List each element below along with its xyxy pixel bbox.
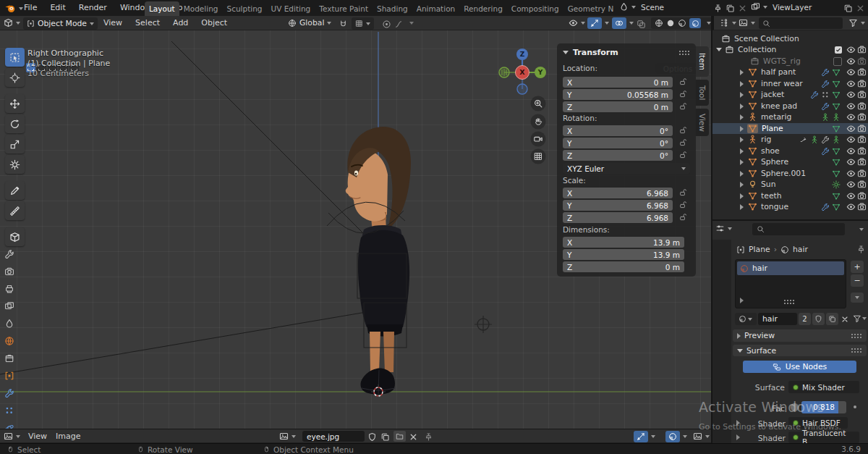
new-material-copy-icon[interactable] (826, 313, 838, 325)
outliner-filter-icon[interactable] (720, 18, 736, 28)
location-z-field[interactable]: Z0 m (563, 101, 673, 112)
rotation-y-field[interactable]: Y0° (563, 138, 673, 148)
tab-sculpting[interactable]: Sculpting (222, 1, 266, 16)
hide-eye-icon[interactable] (846, 157, 857, 167)
properties-editor-type-icon[interactable] (715, 224, 732, 233)
menu-render[interactable]: Render (72, 0, 114, 16)
viewlayer-selector-icon[interactable] (751, 2, 767, 12)
lock-icon[interactable] (678, 201, 687, 209)
mesh-data-icon[interactable] (832, 203, 841, 211)
properties-tab-particles[interactable] (4, 405, 14, 416)
hide-eye-icon[interactable] (846, 101, 857, 112)
tool-measure[interactable] (5, 201, 25, 220)
scene-name[interactable]: Scene (641, 3, 664, 12)
panel-grip-icon[interactable] (678, 50, 690, 56)
rotation-x-field[interactable]: X0° (563, 125, 673, 136)
outliner-row-wgts-rig[interactable]: WGTS_rig (712, 56, 868, 67)
character-model[interactable] (346, 127, 411, 395)
slot-specials-button[interactable] (851, 293, 864, 303)
shading-solid-icon[interactable] (666, 19, 675, 28)
render-camera-icon[interactable] (857, 191, 868, 201)
lock-icon[interactable] (678, 126, 687, 135)
tab-modeling[interactable]: Modeling (179, 1, 223, 16)
image-browse-dropdown[interactable] (279, 432, 296, 441)
image-display-channels-icon[interactable] (693, 432, 710, 441)
mesh-data-icon[interactable] (832, 68, 841, 77)
hide-eye-icon[interactable] (846, 124, 857, 134)
material-name-field[interactable]: hair (758, 313, 797, 325)
properties-tab-tool[interactable] (4, 249, 14, 259)
viewport-nav-buttons[interactable] (531, 96, 546, 164)
outliner-row-shoe[interactable]: shoe (712, 146, 868, 156)
tool-move[interactable] (5, 94, 25, 113)
tab-geometry-nodes[interactable]: Geometry Nodes (563, 1, 613, 16)
properties-options-dropdown-icon[interactable] (859, 228, 864, 231)
surface-shader-field[interactable]: Mix Shader (788, 381, 859, 393)
menu-edit[interactable]: Edit (43, 0, 72, 16)
scene-pin-icon[interactable] (713, 3, 723, 13)
outliner-row-inner-wear[interactable]: inner wear (712, 78, 868, 89)
pose-icon[interactable] (810, 135, 819, 144)
preview-panel-header[interactable]: Preview (733, 329, 867, 342)
tool-select-box[interactable] (5, 48, 25, 67)
snap-settings-dropdown[interactable] (352, 17, 374, 30)
slot-remove-button[interactable]: − (851, 274, 864, 287)
lock-icon[interactable] (678, 138, 687, 147)
scene-unlink-icon[interactable] (738, 3, 747, 13)
tool-transform[interactable] (5, 155, 25, 174)
pin-icon[interactable] (856, 244, 866, 254)
tool-icon[interactable] (821, 135, 830, 144)
tab-uv-editing[interactable]: UV Editing (267, 1, 315, 16)
tab-compositing[interactable]: Compositing (507, 1, 563, 16)
armature-data-icon[interactable] (832, 113, 841, 122)
menu-file[interactable]: File (17, 0, 43, 16)
tool-scale[interactable] (5, 135, 25, 154)
image-copy-icon[interactable] (380, 432, 390, 442)
render-camera-icon[interactable] (857, 135, 868, 145)
gizmos-toggle[interactable] (587, 17, 609, 29)
render-camera-icon[interactable] (857, 157, 868, 167)
fake-user-shield-icon[interactable] (812, 313, 825, 325)
outliner-row-tongue[interactable]: tongue (712, 201, 868, 212)
dimensions-x-field[interactable]: X13.9 m (563, 237, 684, 248)
mesh-data-icon[interactable] (832, 147, 841, 156)
properties-tab-world[interactable] (4, 336, 14, 346)
properties-tab-modifiers[interactable] (4, 388, 14, 398)
viewlayer-copy-icon[interactable] (843, 3, 853, 13)
region-divider-horizontal[interactable] (712, 219, 868, 221)
outliner-row-teeth[interactable]: teeth (712, 190, 868, 201)
modifier-icon[interactable] (821, 80, 830, 88)
sun-data-icon[interactable] (832, 180, 841, 189)
hide-eye-icon[interactable] (846, 202, 857, 212)
tab-animation[interactable]: Animation (412, 1, 460, 16)
shader2-expand-icon[interactable] (736, 434, 740, 440)
image-pin-icon[interactable] (424, 432, 433, 442)
proportional-falloff-icon[interactable] (395, 19, 404, 29)
overlays-toggle[interactable] (612, 17, 634, 29)
render-camera-icon[interactable] (857, 101, 868, 112)
scene-selector-icon[interactable] (619, 2, 636, 12)
shader2-field[interactable]: Translucent B... (788, 432, 859, 443)
lock-icon[interactable] (678, 188, 687, 197)
render-camera-icon[interactable] (857, 180, 868, 190)
render-camera-icon[interactable] (857, 146, 868, 156)
proportional-dropdown-icon[interactable] (409, 22, 414, 25)
modifier-icon[interactable] (821, 68, 830, 77)
slot-add-button[interactable]: + (851, 261, 864, 273)
collection-checkbox[interactable] (835, 46, 842, 54)
tab-layout[interactable]: Layout (145, 1, 179, 16)
npanel-tab-view[interactable]: View (696, 109, 709, 136)
render-camera-icon[interactable] (857, 124, 868, 134)
tool-annotate[interactable] (5, 181, 25, 200)
scene-copy-icon[interactable] (726, 3, 735, 13)
outliner-filter-funnel-icon[interactable] (848, 18, 865, 28)
hide-eye-icon[interactable] (846, 169, 857, 179)
tab-shading[interactable]: Shading (373, 1, 412, 16)
dimensions-z-field[interactable]: Z0 m (563, 261, 684, 272)
hide-eye-icon[interactable] (846, 45, 857, 55)
properties-tab-view-layer[interactable] (4, 301, 14, 311)
image-unlink-icon[interactable] (409, 432, 418, 442)
snap-icon[interactable] (339, 19, 348, 29)
image-fake-user-shield-icon[interactable] (367, 432, 377, 442)
list-expand-icon[interactable] (740, 298, 744, 303)
